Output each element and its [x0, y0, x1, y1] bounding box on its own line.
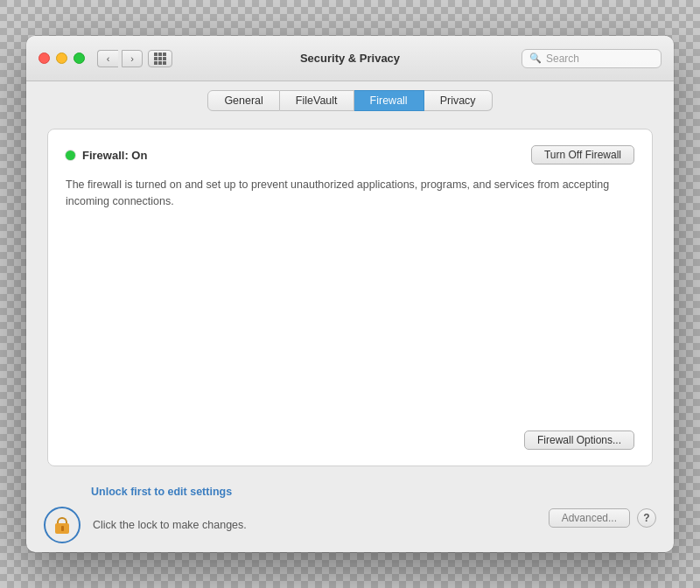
grid-icon — [154, 52, 166, 65]
back-button[interactable]: ‹ — [97, 50, 118, 67]
unlock-label: Unlock first to edit settings — [91, 486, 232, 498]
firewall-status: Firewall: On — [66, 149, 147, 162]
grid-button[interactable] — [148, 50, 172, 67]
traffic-lights — [38, 52, 85, 64]
firewall-panel: Firewall: On Turn Off Firewall The firew… — [47, 129, 653, 466]
navigation-buttons: ‹ › — [97, 50, 143, 67]
help-button[interactable]: ? — [637, 508, 656, 528]
search-box[interactable]: 🔍 Search — [522, 49, 662, 68]
search-icon: 🔍 — [529, 52, 542, 64]
tab-firewall[interactable]: Firewall — [354, 90, 424, 111]
app-window: ‹ › Security & Privacy 🔍 Search General … — [26, 36, 674, 552]
tab-filevault[interactable]: FileVault — [280, 90, 354, 111]
titlebar: ‹ › Security & Privacy 🔍 Search — [26, 36, 674, 81]
firewall-status-label: Firewall: On — [82, 149, 147, 162]
firewall-description: The firewall is turned on and set up to … — [66, 177, 634, 210]
turn-off-firewall-button[interactable]: Turn Off Firewall — [531, 145, 634, 164]
close-button[interactable] — [38, 52, 50, 64]
click-lock-label: Click the lock to make changes. — [93, 519, 247, 531]
lock-button[interactable] — [44, 507, 80, 543]
search-placeholder: Search — [546, 52, 579, 65]
tab-general[interactable]: General — [207, 90, 279, 111]
firewall-header: Firewall: On Turn Off Firewall — [66, 145, 634, 164]
minimize-button[interactable] — [56, 52, 67, 64]
status-indicator — [66, 150, 75, 160]
bottom-right-buttons: Advanced... ? — [549, 508, 656, 528]
lock-icon — [55, 517, 69, 534]
bottom-bar: Unlock first to edit settings Click the … — [26, 484, 674, 552]
content-area: Firewall: On Turn Off Firewall The firew… — [26, 111, 674, 484]
maximize-button[interactable] — [74, 52, 85, 64]
advanced-button[interactable]: Advanced... — [549, 508, 630, 528]
tab-privacy[interactable]: Privacy — [424, 90, 493, 111]
tab-bar: General FileVault Firewall Privacy — [26, 81, 674, 111]
firewall-options-button[interactable]: Firewall Options... — [524, 430, 634, 450]
window-title: Security & Privacy — [300, 52, 400, 65]
forward-button[interactable]: › — [122, 50, 143, 67]
